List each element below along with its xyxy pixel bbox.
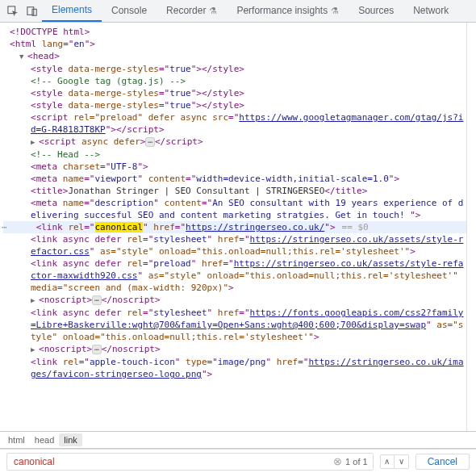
device-toolbar-icon[interactable] [23,2,42,21]
link-tag[interactable]: <link async defer rel="stylesheet" href=… [3,307,466,343]
disclosure-triangle-icon[interactable] [19,50,27,63]
ellipsis-icon[interactable]: ⋯ [92,345,101,354]
tab-console[interactable]: Console [102,0,157,22]
search-count: 1 of 1 [345,457,370,467]
link-tag[interactable]: <link async defer rel="preload" href="ht… [3,257,466,294]
search-next-button[interactable]: ∨ [395,454,409,469]
breadcrumb-html[interactable]: html [3,433,30,446]
style-tag[interactable]: <style data-merge-styles="true"></style> [3,87,466,99]
script-tag[interactable]: <script async defer>⋯</script> [3,136,466,149]
title-tag[interactable]: <title>Jonathan Stringer | SEO Consultan… [3,185,466,197]
tab-elements[interactable]: Elements [42,0,102,22]
noscript-tag[interactable]: <noscript>⋯</noscript> [3,343,466,356]
ellipsis-icon[interactable]: ⋯ [92,295,101,305]
noscript-tag[interactable]: <noscript>⋯</noscript> [3,294,466,307]
tab-recorder[interactable]: Recorder⚗ [157,0,227,22]
flask-icon: ⚗ [331,0,339,22]
doctype[interactable]: <!DOCTYPE html> [3,26,466,38]
tab-performance-insights[interactable]: Performance insights⚗ [227,0,349,22]
devtools-tabbar: Elements Console Recorder⚗ Performance i… [0,0,476,23]
style-tag[interactable]: <style data-merge-styles="true"></style> [3,63,466,75]
meta-tag[interactable]: <meta name="description" content="An SEO… [3,197,466,221]
breadcrumb-link[interactable]: link [59,433,82,446]
search-highlight: canonical [95,222,144,232]
search-box: ⊗ 1 of 1 [6,453,374,471]
inspect-icon[interactable] [3,2,23,21]
breadcrumb: html head link [0,431,476,449]
side-panel-gutter[interactable] [466,23,476,431]
link-canonical-tag[interactable]: <link rel="canonical" href="https://stri… [3,221,466,233]
search-prev-button[interactable]: ∧ [380,454,395,469]
cancel-button[interactable]: Cancel [415,454,470,470]
tab-sources[interactable]: Sources [349,0,403,22]
selected-node-indicator: == $0 [336,222,369,232]
search-input[interactable] [10,456,330,467]
meta-tag[interactable]: <meta charset="UTF-8"> [3,161,466,173]
script-tag[interactable]: <script rel="preload" defer async src="h… [3,111,466,136]
style-tag[interactable]: <style data-merge-styles="true"></style> [3,99,466,111]
link-tag[interactable]: <link rel="apple-touch-icon" type="image… [3,356,466,380]
clear-icon[interactable]: ⊗ [330,455,345,467]
html-tag[interactable]: <html lang="en"> [3,38,466,50]
disclosure-triangle-icon[interactable] [31,136,39,149]
disclosure-triangle-icon[interactable] [31,343,39,356]
search-bar: ⊗ 1 of 1 ∧ ∨ Cancel [0,449,476,473]
breadcrumb-head[interactable]: head [30,433,59,446]
ellipsis-icon[interactable]: ⋯ [145,137,154,147]
flask-icon: ⚗ [209,0,217,22]
disclosure-triangle-icon[interactable] [31,294,39,307]
head-tag[interactable]: <head> [3,50,466,63]
meta-tag[interactable]: <meta name="viewport" content="width=dev… [3,173,466,185]
tab-network[interactable]: Network [403,0,458,22]
link-tag[interactable]: <link async defer rel="stylesheet" href=… [3,233,466,257]
comment[interactable]: <!-- Head --> [3,149,466,161]
dom-tree[interactable]: <!DOCTYPE html> <html lang="en"> <head> … [0,23,466,431]
comment[interactable]: <!-- Google tag (gtag.js) --> [3,75,466,87]
